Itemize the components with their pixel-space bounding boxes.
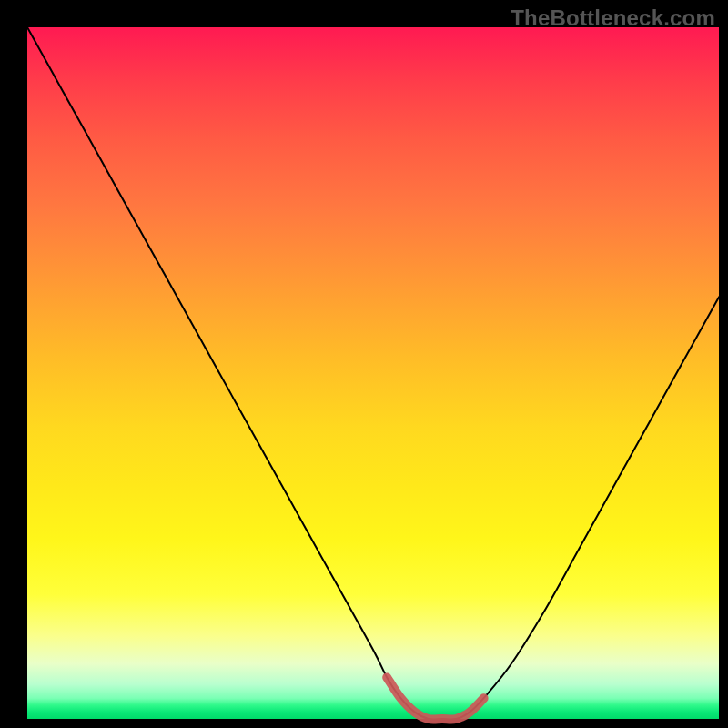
plot-area bbox=[27, 27, 719, 719]
watermark-text: TheBottleneck.com bbox=[511, 5, 715, 31]
optimal-range-marker bbox=[387, 677, 483, 719]
chart-frame: TheBottleneck.com bbox=[0, 0, 728, 728]
curve-svg bbox=[27, 27, 719, 719]
bottleneck-curve bbox=[27, 27, 719, 720]
